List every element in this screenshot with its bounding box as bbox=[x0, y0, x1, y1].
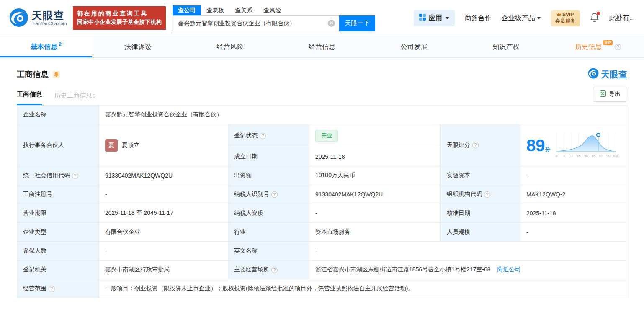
search-input[interactable] bbox=[173, 16, 339, 31]
business-scope-label: 经营范围 ? bbox=[17, 279, 99, 298]
help-icon[interactable]: ? bbox=[271, 191, 278, 198]
registration-status-value: 开业 bbox=[309, 124, 441, 147]
nav-tab-label: 基本信息 bbox=[31, 43, 57, 52]
nearby-companies-link[interactable]: 附近公司 bbox=[497, 266, 521, 273]
header-right: 应用 商务合作 企业级产品 SVIP 会员服务 此处有... bbox=[414, 10, 635, 26]
paid-capital-value: - bbox=[520, 166, 627, 185]
address-text: 浙江省嘉兴市南湖区东栅街道南江路1856号基金小镇1号楼217室-68 bbox=[315, 266, 491, 273]
nav-tab-operating-risk[interactable]: 经营风险 bbox=[184, 36, 276, 57]
tianyancha-logo-icon bbox=[9, 8, 28, 28]
table-row: 统一社会信用代码 ? 91330402MAK12QWQ2U 出资额 10100万… bbox=[17, 166, 627, 185]
chevron-down-icon bbox=[445, 17, 449, 19]
help-icon[interactable]: ? bbox=[472, 142, 479, 148]
nav-tab-intellectual-property[interactable]: 知识产权 bbox=[460, 36, 552, 57]
sub-tab-count: 0 bbox=[93, 93, 95, 99]
tianyancha-logo[interactable]: 天眼查 TianYanCha.com bbox=[9, 8, 67, 28]
vip-badge: VIP bbox=[603, 40, 613, 45]
table-row: 工商注册号 - 纳税人识别号 ? 91330402MAK12QWQ2U 组织机构… bbox=[17, 185, 627, 204]
executive-partner-value: 夏 夏顶立 bbox=[99, 124, 228, 166]
svg-text:1: 1 bbox=[563, 154, 564, 158]
established-date-label: 成立日期 bbox=[228, 147, 309, 166]
nav-tab-company-development[interactable]: 公司发展 bbox=[368, 36, 460, 57]
search-tab-risk[interactable]: 查风险 bbox=[258, 5, 286, 16]
paid-capital-label: 实缴资本 bbox=[441, 166, 520, 185]
account-menu[interactable]: 此处有... bbox=[609, 14, 635, 23]
registration-status-label: 登记状态 ? bbox=[228, 124, 309, 147]
label-text: 组织机构代码 bbox=[447, 191, 482, 198]
taxpayer-id-label: 纳税人识别号 ? bbox=[228, 185, 309, 204]
search-tab-boss[interactable]: 查老板 bbox=[201, 5, 229, 16]
search-tab-company[interactable]: 查公司 bbox=[173, 5, 201, 16]
nav-tab-label: 经营信息 bbox=[309, 43, 335, 52]
industry-label: 行业 bbox=[228, 223, 309, 242]
search-tab-relation[interactable]: 查关系 bbox=[229, 5, 258, 16]
apps-button[interactable]: 应用 bbox=[414, 10, 455, 26]
approval-date-label: 核准日期 bbox=[441, 204, 520, 223]
search-tabs: 查公司 查老板 查关系 查风险 bbox=[173, 5, 375, 16]
watermark-logo: 天眼查 bbox=[588, 68, 627, 81]
sub-tab-history-business-info[interactable]: 历史工商信息 0 bbox=[54, 92, 95, 105]
help-icon[interactable]: ? bbox=[260, 133, 266, 139]
help-icon[interactable]: ? bbox=[484, 191, 490, 198]
enterprise-products-label: 企业级产品 bbox=[502, 14, 535, 23]
score-unit: 分 bbox=[545, 146, 551, 152]
svg-text:0: 0 bbox=[555, 154, 557, 158]
search-area: 查公司 查老板 查关系 查风险 ✕ 天眼一下 bbox=[173, 5, 375, 31]
section-head: 工商信息 天眼查 bbox=[17, 68, 627, 81]
watermark-text: 天眼查 bbox=[601, 69, 627, 80]
help-icon[interactable]: ? bbox=[271, 267, 278, 273]
org-code-value: MAK12QWQ-2 bbox=[520, 185, 627, 204]
nav-tab-history-info[interactable]: 历史信息 VIP ? bbox=[552, 36, 644, 57]
score-number: 89 bbox=[526, 136, 545, 155]
nav-tab-label: 经营风险 bbox=[216, 43, 243, 52]
svg-text:50: 50 bbox=[584, 154, 587, 158]
business-cooperation-link[interactable]: 商务合作 bbox=[465, 14, 492, 23]
table-row: 企业名称 嘉兴黔元智擎创业投资合伙企业（有限合伙） bbox=[17, 106, 627, 124]
table-row: 参保人数 - 英文名称 - bbox=[17, 242, 627, 261]
help-icon[interactable]: ? bbox=[72, 173, 78, 179]
table-row: 企业类型 有限合伙企业 行业 资本市场服务 人员规模 - bbox=[17, 223, 627, 242]
taxpayer-id-value: 91330402MAK12QWQ2U bbox=[309, 185, 441, 204]
business-term-label: 营业期限 bbox=[17, 204, 99, 223]
label-text: 天眼评分 bbox=[447, 142, 470, 149]
apps-label: 应用 bbox=[429, 14, 442, 23]
svg-text:99: 99 bbox=[606, 154, 610, 158]
nav-tab-basic-info[interactable]: 基本信息 2 bbox=[0, 36, 92, 57]
help-icon[interactable]: ? bbox=[615, 44, 621, 50]
svip-member-button[interactable]: SVIP 会员服务 bbox=[551, 10, 580, 26]
insured-count-value: - bbox=[99, 242, 228, 261]
partner-avatar[interactable]: 夏 bbox=[105, 139, 118, 152]
partner-name-link[interactable]: 夏顶立 bbox=[122, 142, 139, 149]
company-name-value: 嘉兴黔元智擎创业投资合伙企业（有限合伙） bbox=[99, 106, 627, 124]
sub-tabs: 工商信息 历史工商信息 0 导出 bbox=[17, 88, 627, 105]
main-content: 工商信息 天眼查 工商信息 历史工商信息 bbox=[0, 58, 644, 310]
company-type-label: 企业类型 bbox=[17, 223, 99, 242]
registry-authority-label: 登记机关 bbox=[17, 261, 99, 279]
nav-tab-operating-info[interactable]: 经营信息 bbox=[276, 36, 368, 57]
help-icon[interactable]: ? bbox=[49, 286, 55, 292]
taxpayer-quality-label: 纳税人资质 bbox=[228, 204, 309, 223]
credit-code-value: 91330402MAK12QWQ2U bbox=[99, 166, 228, 185]
capital-label: 出资额 bbox=[228, 166, 309, 185]
promo-line2: 国家中小企业发展子基金旗下机构 bbox=[77, 18, 162, 27]
notification-bell-icon[interactable] bbox=[590, 13, 599, 24]
svip-label: SVIP bbox=[562, 12, 574, 18]
executive-partner-label: 执行事务合伙人 bbox=[17, 124, 99, 166]
established-date-value: 2025-11-18 bbox=[309, 147, 441, 166]
status-badge: 开业 bbox=[315, 130, 338, 142]
enterprise-products-link[interactable]: 企业级产品 bbox=[502, 14, 541, 23]
search-input-wrap: ✕ bbox=[173, 16, 339, 31]
label-text: 统一社会信用代码 bbox=[23, 172, 70, 179]
export-button[interactable]: 导出 bbox=[593, 87, 627, 102]
registration-number-label: 工商注册号 bbox=[17, 185, 99, 204]
search-button[interactable]: 天眼一下 bbox=[339, 16, 375, 31]
sub-tab-business-info[interactable]: 工商信息 bbox=[17, 90, 42, 105]
svg-text:3: 3 bbox=[570, 154, 572, 158]
alert-bell-icon[interactable] bbox=[52, 70, 60, 79]
nav-tab-legal[interactable]: 法律诉讼 bbox=[92, 36, 184, 57]
table-row: 营业期限 2025-11-18 至 2045-11-17 纳税人资质 - 核准日… bbox=[17, 204, 627, 223]
registry-authority-value: 嘉兴市南湖区行政审批局 bbox=[99, 261, 228, 279]
nav-tab-label: 公司发展 bbox=[401, 43, 428, 52]
company-name-label: 企业名称 bbox=[17, 106, 99, 124]
nav-tab-label: 历史信息 bbox=[575, 43, 602, 52]
